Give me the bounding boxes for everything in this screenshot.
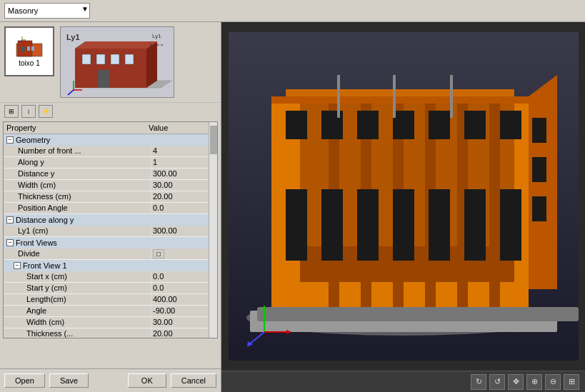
prop-name-ly1: Ly1 (cm) — [4, 226, 151, 236]
section-frontview1-label: Front View 1 — [23, 261, 67, 270]
svg-text:Ly1: Ly1 — [152, 33, 161, 39]
prop-header-row: Property Value — [4, 122, 209, 134]
svg-rect-59 — [393, 75, 396, 118]
svg-rect-60 — [450, 75, 453, 118]
section-distancey[interactable]: − Distance along y — [4, 214, 209, 226]
prop-value-width2[interactable]: 30.00 — [151, 317, 209, 328]
top-bar: Masonry ▼ — [0, 0, 585, 22]
masonry-dropdown-wrapper[interactable]: Masonry ▼ — [4, 3, 90, 19]
prop-row-alongy: Along y 1 — [4, 157, 209, 169]
prop-row-angle: Angle -90.00 — [4, 306, 209, 317]
section-frontview1[interactable]: − Front View 1 — [4, 260, 209, 271]
vp-btn-5[interactable]: ⊖ — [545, 374, 561, 390]
svg-rect-4 — [31, 46, 34, 51]
section-collapse-frontviews[interactable]: − — [6, 239, 14, 246]
prop-name-alongy: Along y — [4, 157, 151, 168]
prop-scrollbar-thumb[interactable] — [210, 126, 217, 154]
prop-value-numfront[interactable]: 4 — [151, 146, 209, 156]
vp-btn-3[interactable]: ✥ — [508, 374, 524, 390]
prop-row-thickness: Thickness (cm) 20.00 — [4, 191, 209, 203]
prop-value-posangle[interactable]: 0.0 — [151, 203, 209, 213]
section-collapse-distancey[interactable]: − — [6, 216, 14, 223]
svg-rect-14 — [96, 54, 105, 64]
prop-tool-btn-3[interactable]: ⚡ — [39, 105, 53, 118]
prop-name-width: Width (cm) — [4, 180, 151, 191]
prop-name-angle: Angle — [4, 306, 151, 316]
prop-row-posangle: Position Angle 0.0 — [4, 203, 209, 214]
bottom-empty — [0, 340, 221, 368]
prop-row-width: Width (cm) 30.00 — [4, 180, 209, 191]
svg-marker-12 — [146, 41, 157, 88]
ok-button[interactable]: OK — [128, 373, 166, 388]
svg-rect-49 — [357, 189, 379, 261]
svg-rect-51 — [429, 189, 450, 261]
svg-rect-56 — [532, 157, 546, 182]
svg-rect-47 — [286, 189, 307, 261]
prop-value-alongy[interactable]: 1 — [151, 157, 209, 168]
prop-grid-wrapper: Property Value − Geometry Number of fron… — [0, 121, 221, 338]
prop-row-length: Length(cm) 400.00 — [4, 294, 209, 306]
prop-scrollbar[interactable] — [209, 122, 217, 338]
prop-value-thickness2[interactable]: 20.00 — [151, 328, 209, 338]
prop-row-startx: Start x (cm) 0.0 — [4, 271, 209, 283]
object-thumbnail[interactable]: toixo 1 — [4, 26, 54, 76]
prop-value-length[interactable]: 400.00 — [151, 294, 209, 305]
svg-rect-53 — [500, 189, 521, 261]
save-button[interactable]: Save — [49, 373, 89, 388]
viewport-toolbar: ↻ ↺ ✥ ⊕ ⊖ ⊞ — [221, 371, 585, 392]
prop-name-numfront: Number of front ... — [4, 146, 151, 156]
prop-value-divide[interactable]: □ — [151, 248, 209, 259]
prop-toolbar: ⊞ ↕ ⚡ — [0, 102, 221, 120]
masonry-dropdown[interactable]: Masonry — [4, 3, 90, 19]
prop-value-width[interactable]: 30.00 — [151, 180, 209, 191]
prop-name-thickness: Thickness (cm) — [4, 191, 151, 202]
prop-row-numfront: Number of front ... 4 — [4, 146, 209, 157]
prop-col-value: Value — [149, 124, 206, 132]
open-button[interactable]: Open — [4, 373, 45, 388]
prop-tool-btn-2[interactable]: ↕ — [21, 105, 36, 118]
viewport-3d[interactable]: ↻ ↺ ✥ ⊕ ⊖ ⊞ — [221, 22, 585, 392]
svg-rect-3 — [27, 46, 30, 51]
svg-marker-11 — [75, 41, 157, 49]
prop-name-length: Length(cm) — [4, 294, 151, 305]
svg-rect-42 — [357, 111, 379, 139]
svg-rect-46 — [500, 111, 521, 139]
section-collapse-geometry[interactable]: − — [6, 136, 14, 144]
prop-value-starty[interactable]: 0.0 — [151, 283, 209, 293]
svg-rect-55 — [532, 118, 546, 143]
vp-btn-6[interactable]: ⊞ — [564, 374, 579, 390]
svg-rect-52 — [464, 189, 486, 261]
vp-btn-4[interactable]: ⊕ — [526, 374, 542, 390]
svg-rect-48 — [321, 189, 343, 261]
prop-value-ly1[interactable]: 300.00 — [151, 226, 209, 236]
prop-row-ly1: Ly1 (cm) 300.00 — [4, 226, 209, 237]
prop-tool-btn-1[interactable]: ⊞ — [4, 105, 19, 118]
prop-row-divide: Divide □ — [4, 248, 209, 260]
svg-rect-13 — [82, 54, 91, 64]
prop-row-thickness2: Thickness (... 20.00 — [4, 328, 209, 338]
section-collapse-frontview1[interactable]: − — [14, 262, 21, 269]
vp-btn-2[interactable]: ↺ — [489, 374, 505, 390]
prop-value-startx[interactable]: 0.0 — [151, 271, 209, 282]
prop-name-starty: Start y (cm) — [4, 283, 151, 293]
prop-col-property: Property — [6, 124, 149, 132]
prop-name-width2: Width (cm) — [4, 317, 151, 328]
prop-name-distancey: Distance y — [4, 169, 151, 179]
svg-marker-31 — [271, 96, 529, 104]
prop-value-distancey[interactable]: 300.00 — [151, 169, 209, 179]
section-geometry[interactable]: − Geometry — [4, 134, 209, 146]
svg-rect-58 — [337, 75, 340, 118]
prop-row-distancey: Distance y 300.00 — [4, 169, 209, 180]
building-3d-svg — [229, 32, 579, 361]
prop-row-starty: Start y (cm) 0.0 — [4, 283, 209, 294]
svg-rect-40 — [286, 111, 307, 139]
vp-btn-1[interactable]: ↻ — [471, 374, 486, 390]
section-frontviews[interactable]: − Front Views — [4, 237, 209, 248]
cancel-button[interactable]: Cancel — [171, 373, 216, 388]
prop-value-angle[interactable]: -90.00 — [151, 306, 209, 316]
svg-rect-2 — [21, 46, 25, 52]
building-container — [221, 22, 585, 371]
prop-value-thickness[interactable]: 20.00 — [151, 191, 209, 202]
preview-thumbnail: Ly1 — [60, 26, 174, 98]
svg-rect-43 — [393, 111, 414, 139]
